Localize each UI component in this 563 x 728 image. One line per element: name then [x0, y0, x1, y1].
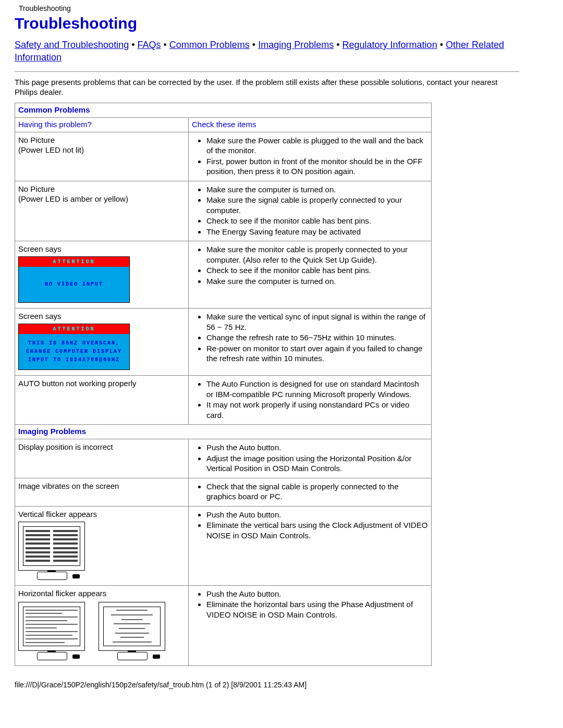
check-item: Make sure the vertical sync of input sig… — [206, 312, 428, 332]
problem-text: No Picture — [18, 135, 185, 144]
check-item: Push the Auto button. — [206, 510, 428, 520]
table-row: No Picture (Power LED is amber or yellow… — [15, 181, 432, 241]
nav-separator: • — [437, 40, 446, 50]
intro-text: This page presents problems that can be … — [15, 77, 519, 97]
troubleshoot-table: Common Problems Having this problem? Che… — [15, 103, 432, 666]
check-item: Check to see if the monitor cable has be… — [206, 265, 428, 276]
nav-separator: • — [334, 40, 342, 50]
vertical-flicker-illustration — [18, 522, 86, 580]
section-header-common: Common Problems — [15, 103, 432, 117]
check-item: Eliminate the vertical bars using the Cl… — [206, 520, 428, 540]
table-row: Image vibrates on the screen Check that … — [15, 478, 432, 506]
page-path: Troubleshooting — [19, 4, 519, 13]
table-row: Horizontal flicker appears — [15, 585, 432, 665]
table-row: Screen says ATTENTION NO VIDEO INPUT Mak… — [15, 241, 432, 309]
problem-text: (Power LED not lit) — [18, 145, 185, 154]
check-item: Check to see if the monitor cable has be… — [206, 216, 428, 226]
check-item: Make sure the monitor cable is properly … — [206, 244, 428, 265]
nav-separator: • — [161, 40, 169, 50]
check-item: Push the Auto button. — [206, 589, 428, 599]
check-item: Eliminate the horizontal bars using the … — [206, 599, 428, 620]
check-item: The Energy Saving feature may be activat… — [206, 227, 428, 237]
nav-separator: • — [129, 40, 137, 50]
check-item: The Auto Function is designed for use on… — [206, 379, 428, 399]
problem-text: Screen says — [18, 244, 185, 253]
problem-text: (Power LED is amber or yellow) — [18, 194, 185, 203]
table-row: Vertical flicker appears Push the Auto b… — [15, 506, 432, 585]
table-row: Display position is incorrect Push the A… — [15, 439, 432, 478]
check-item: Make sure the computer is turned on. — [206, 184, 428, 195]
problem-text: Display position is incorrect — [18, 442, 185, 451]
monitor-message-header: ATTENTION — [19, 324, 129, 334]
horizontal-flicker-illustration — [18, 602, 86, 660]
check-item: Push the Auto button. — [206, 442, 428, 453]
problem-text: Screen says — [18, 312, 185, 320]
check-item: Check that the signal cable is properly … — [206, 482, 428, 502]
monitor-message-line: THIS IS 85HZ OVERSCAN, — [21, 339, 127, 348]
nav-links: Safety and Troubleshooting • FAQs • Comm… — [15, 39, 519, 64]
page-title: Troubleshooting — [15, 15, 519, 32]
check-item: Make sure the signal cable is properly c… — [206, 195, 428, 215]
column-header-problem: Having this problem? — [15, 117, 189, 132]
check-item: Re-power on monitor to start over again … — [206, 343, 428, 364]
divider — [15, 71, 519, 72]
monitor-message-box: ATTENTION THIS IS 85HZ OVERSCAN, CHANGE … — [18, 324, 130, 370]
footer-path: file:///D|/Grace/150P2/english/150p2e/sa… — [15, 681, 519, 689]
nav-faqs[interactable]: FAQs — [137, 40, 161, 50]
nav-safety-troubleshooting[interactable]: Safety and Troubleshooting — [15, 40, 129, 50]
problem-text: Image vibrates on the screen — [18, 482, 185, 490]
table-row: AUTO button not working properly The Aut… — [15, 376, 432, 425]
check-item: It may not work properly if using nonsta… — [206, 400, 428, 420]
problem-text: No Picture — [18, 184, 185, 193]
problem-text: Vertical flicker appears — [18, 510, 185, 519]
monitor-message-body: THIS IS 85HZ OVERSCAN, CHANGE COMPUTER D… — [19, 334, 129, 369]
monitor-message-header: ATTENTION — [19, 257, 129, 267]
column-header-check: Check these items — [189, 117, 432, 132]
monitor-message-box: ATTENTION NO VIDEO INPUT — [18, 256, 130, 303]
check-item: Change the refresh rate to 56~75Hz withi… — [206, 332, 428, 343]
table-row: Screen says ATTENTION THIS IS 85HZ OVERS… — [15, 309, 432, 376]
nav-imaging-problems[interactable]: Imaging Problems — [258, 40, 334, 50]
horizontal-flicker-illustration — [99, 602, 166, 660]
section-header-imaging: Imaging Problems — [15, 425, 432, 439]
monitor-message-body: NO VIDEO INPUT — [19, 267, 129, 302]
nav-separator: • — [250, 40, 258, 50]
table-row: No Picture (Power LED not lit) Make sure… — [15, 132, 432, 181]
nav-regulatory-information[interactable]: Regulatory Information — [342, 40, 437, 50]
monitor-message-line: CHANGE COMPUTER DISPLAY — [21, 348, 127, 356]
nav-common-problems[interactable]: Common Problems — [169, 40, 250, 50]
check-item: Make sure the Power cable is plugged to … — [206, 135, 428, 156]
problem-text: AUTO button not working properly — [18, 379, 185, 388]
problem-text: Horizontal flicker appears — [18, 589, 185, 598]
check-item: Make sure the computer is turned on. — [206, 276, 428, 287]
monitor-message-line: INPUT TO 1024X768@60HZ — [21, 356, 127, 364]
check-item: Adjust the image position using the Hori… — [206, 453, 428, 474]
check-item: First, power button in front of the moni… — [206, 156, 428, 177]
